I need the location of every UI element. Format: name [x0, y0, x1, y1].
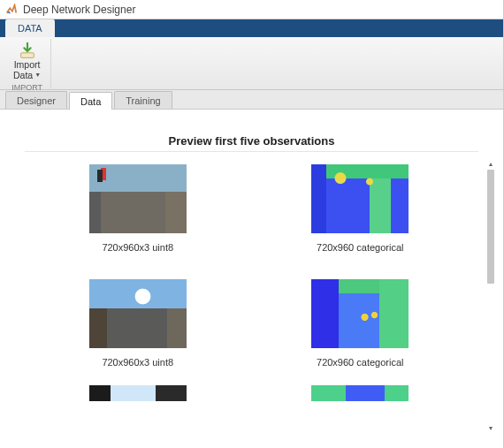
ribbon-tab-strip: DATA: [0, 19, 503, 37]
preview-panel: Preview first five observations 720x960x…: [0, 110, 503, 448]
chevron-down-icon: ▼: [34, 72, 41, 79]
scroll-down-icon[interactable]: ▾: [485, 423, 496, 434]
caption-label-1: 720x960 categorical: [317, 242, 403, 253]
import-button-label-line1: Import: [14, 59, 41, 70]
caption-input-2: 720x960x3 uint8: [102, 357, 173, 368]
vertical-scrollbar[interactable]: ▴ ▾: [485, 159, 496, 434]
import-icon: [18, 42, 37, 59]
scroll-up-icon[interactable]: ▴: [485, 159, 496, 170]
subtab-row: Designer Data Training: [0, 90, 503, 110]
import-button-label-line2: Data ▼: [13, 70, 41, 80]
thumbnail-label-1: [311, 164, 409, 233]
ribbon-tab-data[interactable]: DATA: [5, 19, 55, 37]
thumbnail-label-3-partial: [311, 385, 409, 401]
observation-input: 720x960x3 uint8: [44, 164, 232, 253]
scrollbar-thumb[interactable]: [487, 170, 494, 284]
thumbnail-input-3-partial: [89, 385, 187, 401]
svg-rect-0: [20, 53, 34, 57]
preview-partial-next-row: [18, 368, 480, 401]
caption-label-2: 720x960 categorical: [317, 357, 403, 368]
tab-data[interactable]: Data: [69, 92, 112, 110]
preview-scroll-area: 720x960x3 uint8 720x960 categorical 720x…: [18, 159, 480, 439]
thumbnail-input-1: [89, 164, 187, 233]
preview-title: Preview first five observations: [25, 118, 478, 152]
caption-input-1: 720x960x3 uint8: [102, 242, 173, 253]
ribbon-group-import: Import Data ▼ IMPORT: [4, 39, 51, 90]
matlab-logo-icon: [5, 4, 18, 16]
tab-training[interactable]: Training: [114, 91, 172, 109]
observation-label: 720x960 categorical: [267, 164, 454, 253]
scrollbar-track[interactable]: [485, 170, 496, 423]
tab-designer[interactable]: Designer: [5, 91, 67, 109]
window-title: Deep Network Designer: [23, 4, 135, 16]
ribbon-body: Import Data ▼ IMPORT: [0, 37, 503, 90]
thumbnail-input-2: [89, 279, 187, 348]
observation-input: 720x960x3 uint8: [44, 279, 232, 368]
observation-label: 720x960 categorical: [267, 279, 454, 368]
title-bar: Deep Network Designer: [0, 0, 503, 19]
import-data-button[interactable]: Import Data ▼: [9, 39, 45, 83]
thumbnail-label-2: [311, 279, 409, 348]
preview-grid: 720x960x3 uint8 720x960 categorical 720x…: [18, 159, 480, 368]
